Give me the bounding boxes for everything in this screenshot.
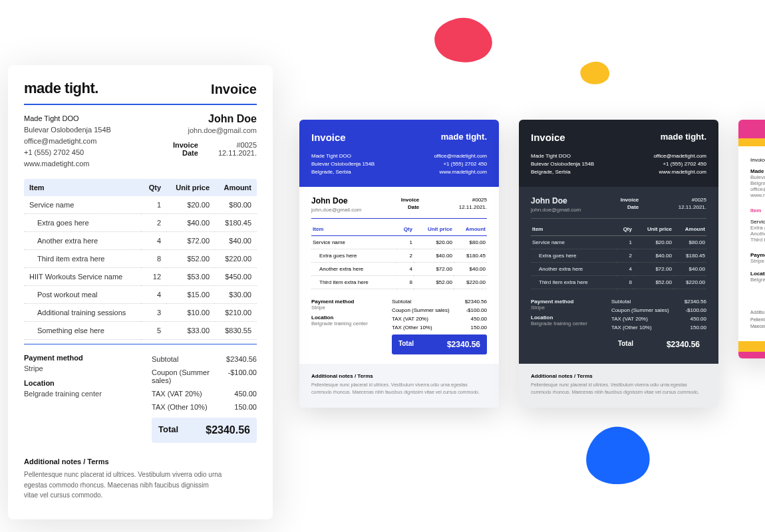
item-unit: $72.00 (633, 263, 673, 276)
item-unit: $72.00 (414, 263, 454, 276)
item-name: Service name (24, 196, 141, 214)
coupon-value: -$100.00 (228, 368, 257, 384)
company-city: Belgrade, Serbia (311, 168, 375, 176)
company-address: Bulevar Oslobođenja 154B (311, 160, 375, 168)
item-amount: $40.00 (673, 263, 706, 276)
col-item: Item (531, 223, 617, 236)
item-amount: $30.00 (215, 286, 257, 304)
subtotal-value: $2340.56 (226, 355, 257, 363)
brand-logo: made tight. (24, 80, 98, 97)
company-address: Bulevar Oslobođenja 154B (531, 160, 594, 168)
line-item: Third item extra here8$52.00$220.00 (311, 276, 487, 289)
item-qty: 5 (141, 322, 166, 340)
item-name: Third item extra here (24, 250, 141, 268)
item-name: Service name (531, 236, 617, 249)
payment-method-label: Payment method (24, 354, 136, 362)
item-unit: $72.00 (166, 232, 215, 250)
location-value: Belgrade training center (311, 321, 385, 327)
item-unit: $40.00 (633, 249, 673, 263)
line-item: Third item extra here8$52.00$220.00 (531, 276, 706, 289)
subtotal-label: Subtotal (152, 355, 178, 363)
tax-vat-value: 450.00 (234, 390, 257, 398)
item-qty: 1 (397, 236, 414, 249)
item-amount: $220.00 (673, 276, 706, 289)
item-amount: $180.45 (673, 249, 706, 263)
item-name: HIIT Workouts Service name (24, 268, 141, 286)
item-name: Service name (311, 236, 397, 249)
item-amount: $220.00 (215, 250, 257, 268)
item-unit: $33.00 (166, 322, 215, 340)
invoice-number: #0025 (692, 197, 706, 203)
item-unit: $20.00 (166, 196, 215, 214)
invoice-label: Invoice (401, 196, 420, 203)
notes-body-frag2: Maecenas r (750, 324, 765, 329)
col-unit: Unit price (166, 179, 215, 196)
item-qty: 12 (141, 268, 166, 286)
decorative-blob-yellow (579, 60, 612, 86)
tax-other-label: TAX (Other 10%) (152, 403, 208, 411)
extra-frag: Extra go (750, 225, 765, 231)
company-address: Bulevar Oslobođenja 154B (750, 174, 765, 180)
total-label: Total (398, 340, 414, 349)
col-item: Item (24, 179, 141, 196)
company-block: Made Tight DOO Bulevar Oslobođenja 154B … (24, 113, 111, 170)
col-qty: Qty (141, 179, 166, 196)
item-amount: $40.00 (215, 232, 257, 250)
client-name: John Doe (531, 196, 581, 205)
item-qty: 8 (617, 276, 633, 289)
item-qty: 8 (141, 250, 166, 268)
invoice-number: #0025 (218, 141, 257, 149)
invoice-frag: Invoice # (750, 157, 765, 163)
line-item: Service name1$20.00$80.00 (531, 236, 706, 249)
col-qty: Qty (617, 223, 633, 236)
item-name: Third item extra here (531, 276, 617, 289)
item-name: Another extra here (311, 263, 397, 276)
item-unit: $10.00 (166, 304, 215, 322)
doc-title: Invoice (311, 132, 346, 143)
col-item: Item (750, 207, 765, 213)
item-name: Another extra here (531, 263, 617, 276)
company-site: www.madetight.com (653, 168, 706, 176)
total-value: $2340.56 (206, 424, 250, 436)
invoice-date: 12.11.2021. (218, 149, 257, 157)
line-item: Post workout meal4$15.00$30.00 (24, 286, 257, 304)
date-label: Date (173, 149, 198, 157)
item-amount: $80.00 (215, 196, 257, 214)
item-qty: 2 (141, 214, 166, 232)
item-name: Something else here (24, 322, 141, 340)
location-label: Location (531, 315, 605, 321)
line-item: Another extra here4$72.00$40.00 (24, 232, 257, 250)
item-amount: $830.55 (215, 322, 257, 340)
col-item: Item (311, 223, 397, 236)
location-label: Location (24, 379, 136, 387)
brand-logo: made tight. (441, 132, 487, 142)
col-unit: Unit price (633, 223, 673, 236)
line-item: HIIT Workouts Service name12$53.00$450.0… (24, 268, 257, 286)
client-email: john.doe@gmail.com (531, 207, 581, 213)
doc-title: Invoice (211, 82, 257, 97)
brand-logo: made tight. (661, 132, 706, 142)
item-amount: $80.00 (673, 236, 706, 249)
location-label: Location (311, 315, 385, 321)
total-value: $2340.56 (447, 340, 480, 349)
item-qty: 2 (617, 249, 633, 263)
company-name: Made Tight DOO (531, 152, 594, 160)
location-frag: Locatio (750, 271, 765, 277)
company-email: office@madetight.com (24, 136, 111, 147)
item-unit: $40.00 (166, 214, 215, 232)
coupon-label: Coupon (Summer sales) (152, 368, 228, 384)
invoice-number: #0025 (472, 197, 487, 203)
payment-method-value: Stripe (311, 305, 385, 311)
item-name: Third item extra here (311, 276, 397, 289)
company-city: Belgrade, Serbia (750, 180, 765, 186)
notes-title-frag: Additional (750, 310, 765, 315)
invoice-card-dark: Invoice made tight. Made Tight DOO Bulev… (519, 120, 718, 408)
line-item: Extra goes here2$40.00$180.45 (24, 214, 257, 232)
client-email: john.doe@gmail.com (173, 126, 257, 134)
line-item: Service name1$20.00$80.00 (24, 196, 257, 214)
col-amount: Amount (215, 179, 257, 196)
item-unit: $20.00 (633, 236, 673, 249)
item-qty: 4 (141, 286, 166, 304)
location-value-frag: Belgrad (750, 277, 765, 283)
item-amount: $180.45 (215, 214, 257, 232)
